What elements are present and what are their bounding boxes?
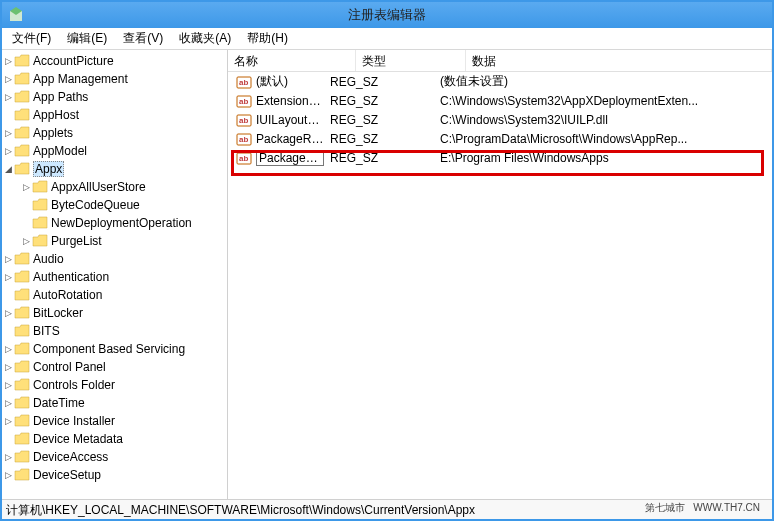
expand-icon[interactable]: ▷ bbox=[2, 398, 14, 408]
tree-item[interactable]: ▷AppModel bbox=[2, 142, 227, 160]
menu-edit[interactable]: 编辑(E) bbox=[59, 28, 115, 49]
string-value-icon: ab bbox=[236, 112, 252, 128]
tree-item-label: App Paths bbox=[33, 90, 88, 104]
registry-editor-window: 注册表编辑器 文件(F) 编辑(E) 查看(V) 收藏夹(A) 帮助(H) ▷A… bbox=[0, 0, 774, 521]
tree-item[interactable]: ▷Audio bbox=[2, 250, 227, 268]
value-data: (数值未设置) bbox=[440, 73, 772, 90]
folder-icon bbox=[14, 414, 30, 428]
tree-item[interactable]: Device Metadata bbox=[2, 430, 227, 448]
tree-item-label: Controls Folder bbox=[33, 378, 115, 392]
tree-item[interactable]: ▷Device Installer bbox=[2, 412, 227, 430]
collapse-icon[interactable]: ◢ bbox=[2, 164, 14, 174]
value-data: C:\Windows\System32\IUILP.dll bbox=[440, 113, 772, 127]
list-body[interactable]: ab(默认)REG_SZ(数值未设置)abExtensionsMo...REG_… bbox=[228, 72, 772, 499]
tree-item[interactable]: ▷Applets bbox=[2, 124, 227, 142]
expand-icon[interactable]: ▷ bbox=[2, 272, 14, 282]
tree-item-label: App Management bbox=[33, 72, 128, 86]
value-name[interactable]: PackageRoot bbox=[256, 150, 324, 166]
tree-item-label: BitLocker bbox=[33, 306, 83, 320]
folder-icon bbox=[14, 252, 30, 266]
tree-item[interactable]: ▷Controls Folder bbox=[2, 376, 227, 394]
tree-item-label: ByteCodeQueue bbox=[51, 198, 140, 212]
expand-icon[interactable]: ▷ bbox=[2, 254, 14, 264]
expand-icon[interactable]: ▷ bbox=[20, 236, 32, 246]
tree-item-label: Appx bbox=[33, 161, 64, 177]
value-data: C:\ProgramData\Microsoft\Windows\AppRep.… bbox=[440, 132, 772, 146]
menu-favorites[interactable]: 收藏夹(A) bbox=[171, 28, 239, 49]
tree-item[interactable]: NewDeploymentOperation bbox=[2, 214, 227, 232]
folder-icon bbox=[14, 54, 30, 68]
tree-item[interactable]: AppHost bbox=[2, 106, 227, 124]
tree-item[interactable]: ▷DeviceAccess bbox=[2, 448, 227, 466]
expand-icon[interactable]: ▷ bbox=[2, 362, 14, 372]
expand-icon[interactable]: ▷ bbox=[2, 380, 14, 390]
svg-text:ab: ab bbox=[239, 135, 248, 144]
value-row[interactable]: abIUILayoutPolic...REG_SZC:\Windows\Syst… bbox=[228, 110, 772, 129]
tree-item[interactable]: ▷App Management bbox=[2, 70, 227, 88]
tree-item[interactable]: ▷AccountPicture bbox=[2, 52, 227, 70]
tree-item[interactable]: ▷AppxAllUserStore bbox=[2, 178, 227, 196]
tree-item-label: Authentication bbox=[33, 270, 109, 284]
menu-file[interactable]: 文件(F) bbox=[4, 28, 59, 49]
folder-icon bbox=[14, 324, 30, 338]
tree-item-label: PurgeList bbox=[51, 234, 102, 248]
value-row[interactable]: abPackageRootREG_SZE:\Program Files\Wind… bbox=[228, 148, 772, 167]
tree-item-label: Device Metadata bbox=[33, 432, 123, 446]
tree-item[interactable]: ▷BitLocker bbox=[2, 304, 227, 322]
tree-item[interactable]: ▷DeviceSetup bbox=[2, 466, 227, 484]
menu-view[interactable]: 查看(V) bbox=[115, 28, 171, 49]
expand-icon[interactable]: ▷ bbox=[2, 416, 14, 426]
expand-icon[interactable]: ▷ bbox=[2, 146, 14, 156]
string-value-icon: ab bbox=[236, 74, 252, 90]
tree-item-label: BITS bbox=[33, 324, 60, 338]
value-data: C:\Windows\System32\AppXDeploymentExten.… bbox=[440, 94, 772, 108]
col-data[interactable]: 数据 bbox=[466, 50, 772, 71]
tree-pane[interactable]: ▷AccountPicture▷App Management▷App Paths… bbox=[2, 50, 228, 499]
folder-icon bbox=[14, 306, 30, 320]
string-value-icon: ab bbox=[236, 150, 252, 166]
tree-item[interactable]: ▷App Paths bbox=[2, 88, 227, 106]
col-name[interactable]: 名称 bbox=[228, 50, 356, 71]
tree-item[interactable]: ByteCodeQueue bbox=[2, 196, 227, 214]
tree-item-label: Applets bbox=[33, 126, 73, 140]
tree-item[interactable]: ◢Appx bbox=[2, 160, 227, 178]
col-type[interactable]: 类型 bbox=[356, 50, 466, 71]
folder-icon bbox=[14, 288, 30, 302]
tree-item[interactable]: BITS bbox=[2, 322, 227, 340]
expand-icon[interactable]: ▷ bbox=[2, 308, 14, 318]
tree-item[interactable]: ▷DateTime bbox=[2, 394, 227, 412]
value-type: REG_SZ bbox=[330, 113, 440, 127]
tree-item-label: DeviceSetup bbox=[33, 468, 101, 482]
expand-icon[interactable]: ▷ bbox=[2, 56, 14, 66]
folder-icon bbox=[14, 360, 30, 374]
expand-icon[interactable]: ▷ bbox=[2, 128, 14, 138]
client-area: ▷AccountPicture▷App Management▷App Paths… bbox=[2, 50, 772, 499]
value-row[interactable]: abExtensionsMo...REG_SZC:\Windows\System… bbox=[228, 91, 772, 110]
tree-item[interactable]: AutoRotation bbox=[2, 286, 227, 304]
expand-icon[interactable]: ▷ bbox=[2, 344, 14, 354]
tree-item[interactable]: ▷PurgeList bbox=[2, 232, 227, 250]
folder-icon bbox=[14, 90, 30, 104]
svg-text:ab: ab bbox=[239, 154, 248, 163]
expand-icon[interactable]: ▷ bbox=[2, 470, 14, 480]
folder-icon bbox=[32, 180, 48, 194]
tree-item[interactable]: ▷Authentication bbox=[2, 268, 227, 286]
value-type: REG_SZ bbox=[330, 132, 440, 146]
value-row[interactable]: abPackageRepos...REG_SZC:\ProgramData\Mi… bbox=[228, 129, 772, 148]
tree-item-label: NewDeploymentOperation bbox=[51, 216, 192, 230]
expand-icon[interactable]: ▷ bbox=[2, 92, 14, 102]
tree-item[interactable]: ▷Control Panel bbox=[2, 358, 227, 376]
list-header: 名称 类型 数据 bbox=[228, 50, 772, 72]
folder-icon bbox=[14, 126, 30, 140]
tree-item[interactable]: ▷Component Based Servicing bbox=[2, 340, 227, 358]
titlebar[interactable]: 注册表编辑器 bbox=[2, 2, 772, 28]
expand-icon[interactable]: ▷ bbox=[2, 74, 14, 84]
folder-icon bbox=[14, 342, 30, 356]
menu-help[interactable]: 帮助(H) bbox=[239, 28, 296, 49]
folder-icon bbox=[14, 468, 30, 482]
expand-icon[interactable]: ▷ bbox=[20, 182, 32, 192]
tree-item-label: DateTime bbox=[33, 396, 85, 410]
expand-icon[interactable]: ▷ bbox=[2, 452, 14, 462]
value-row[interactable]: ab(默认)REG_SZ(数值未设置) bbox=[228, 72, 772, 91]
tree-item-label: Control Panel bbox=[33, 360, 106, 374]
